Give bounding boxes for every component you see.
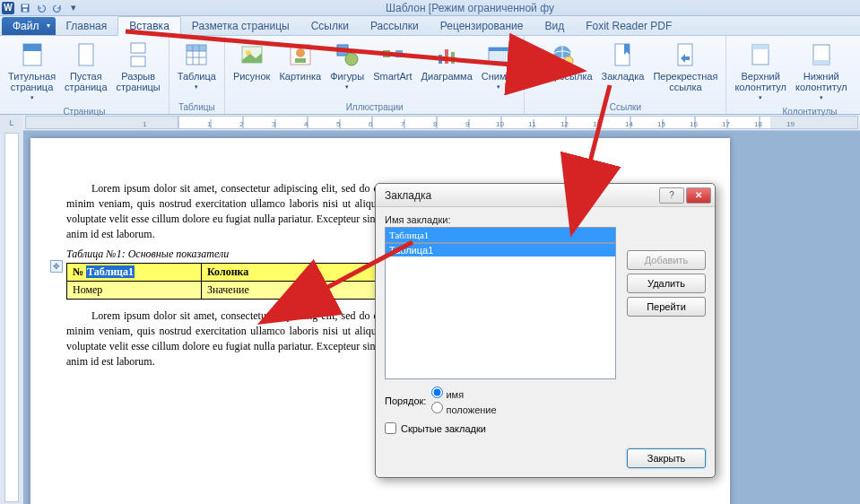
svg-rect-37	[813, 60, 830, 65]
svg-text:10: 10	[496, 120, 504, 128]
group-illustrations: Рисунок Картинка Фигуры SmartArt Диаграм…	[225, 36, 526, 114]
tab-review[interactable]: Рецензирование	[430, 17, 534, 35]
svg-rect-5	[79, 44, 93, 65]
dialog-close-button[interactable]: ✕	[686, 187, 711, 204]
svg-rect-35	[752, 45, 769, 49]
hyperlink-button[interactable]: Гиперссылка	[528, 38, 596, 95]
group-links: Гиперссылка Закладка Перекрестная ссылка…	[525, 36, 726, 114]
svg-text:11: 11	[528, 120, 536, 128]
cover-page-button[interactable]: Титульная страница	[4, 38, 60, 106]
ribbon-tabs: Файл Главная Вставка Разметка страницы С…	[0, 16, 860, 36]
svg-text:18: 18	[754, 120, 762, 128]
table-header-cell[interactable]: № Таблица1	[67, 264, 202, 282]
goto-button[interactable]: Перейти	[627, 297, 706, 317]
tab-view[interactable]: Вид	[534, 17, 575, 35]
chart-button[interactable]: Диаграмма	[417, 38, 477, 95]
group-title-tables: Таблицы	[173, 101, 221, 114]
qat-redo[interactable]	[49, 1, 65, 15]
bookmark-list[interactable]: Таблица1	[385, 243, 616, 379]
svg-rect-22	[395, 50, 403, 57]
svg-text:17: 17	[722, 120, 730, 128]
vertical-ruler[interactable]	[0, 131, 23, 504]
table-cell[interactable]: Номер	[67, 282, 202, 300]
selected-text[interactable]: Таблица1	[86, 265, 135, 278]
svg-text:6: 6	[369, 120, 373, 128]
dialog-help-button[interactable]: ?	[659, 187, 684, 204]
tab-mailings[interactable]: Рассылки	[360, 17, 430, 35]
svg-text:5: 5	[336, 120, 341, 128]
tab-references[interactable]: Ссылки	[300, 17, 360, 35]
title-bar: W ▾ Шаблон [Режим ограниченной фу	[0, 0, 860, 16]
svg-rect-23	[439, 55, 442, 64]
group-title-illustrations: Иллюстрации	[229, 101, 521, 114]
blank-page-button[interactable]: Пустая страница	[60, 38, 111, 106]
svg-text:2: 2	[239, 120, 244, 128]
table-button[interactable]: Таблица	[173, 38, 221, 95]
svg-text:1: 1	[143, 120, 147, 128]
dialog-title: Закладка	[385, 189, 657, 202]
qat-customize[interactable]: ▾	[65, 1, 82, 15]
shapes-button[interactable]: Фигуры	[326, 38, 369, 95]
qat-save[interactable]	[17, 1, 33, 15]
svg-rect-7	[131, 56, 145, 66]
bookmark-name-input[interactable]	[385, 227, 616, 243]
header-button[interactable]: Верхний колонтитул	[730, 38, 791, 106]
smartart-button[interactable]: SmartArt	[369, 38, 416, 95]
svg-text:16: 16	[690, 120, 698, 128]
horizontal-ruler[interactable]: 112345678910111213141516171819	[25, 116, 858, 129]
group-header-footer: Верхний колонтитул Нижний колонтитул #Но…	[726, 36, 860, 114]
table-move-handle[interactable]: ✥	[50, 260, 63, 273]
svg-text:13: 13	[593, 120, 601, 128]
svg-text:15: 15	[657, 120, 665, 128]
footer-button[interactable]: Нижний колонтитул	[791, 38, 852, 106]
dialog-titlebar[interactable]: Закладка ? ✕	[376, 184, 715, 207]
svg-rect-24	[445, 49, 448, 64]
svg-text:8: 8	[433, 120, 438, 128]
window-title: Шаблон [Режим ограниченной фу	[82, 2, 858, 14]
svg-text:19: 19	[786, 120, 795, 128]
svg-rect-25	[451, 52, 455, 64]
order-name-radio[interactable]: имя	[431, 387, 496, 400]
cross-reference-button[interactable]: Перекрестная ссылка	[648, 38, 722, 95]
ruler-corner[interactable]: L	[0, 115, 23, 131]
group-tables: Таблица Таблицы	[169, 36, 225, 114]
page-break-button[interactable]: Разрыв страницы	[112, 38, 165, 106]
tab-home[interactable]: Главная	[56, 17, 118, 35]
picture-button[interactable]: Рисунок	[229, 38, 275, 95]
svg-point-17	[296, 48, 305, 57]
svg-rect-27	[489, 48, 508, 51]
hidden-bookmarks-label: Скрытые закладки	[401, 423, 486, 434]
tab-insert[interactable]: Вставка	[117, 16, 181, 36]
qat-undo[interactable]	[33, 1, 49, 15]
page-number-button[interactable]: #Но ст	[852, 38, 860, 106]
add-button[interactable]: Добавить	[627, 250, 706, 270]
svg-text:3: 3	[272, 120, 276, 128]
close-button[interactable]: Закрыть	[627, 448, 706, 468]
ribbon: Титульная страница Пустая страница Разры…	[0, 36, 860, 115]
bookmark-button[interactable]: Закладка	[597, 38, 649, 95]
tab-page-layout[interactable]: Разметка страницы	[181, 17, 300, 35]
order-position-radio[interactable]: положение	[431, 402, 496, 415]
bookmark-dialog[interactable]: Закладка ? ✕ Имя закладки: Таблица1 Доба…	[375, 183, 716, 478]
svg-point-31	[564, 56, 573, 65]
clipart-button[interactable]: Картинка	[274, 38, 326, 95]
group-title-links: Ссылки	[528, 101, 722, 114]
hidden-bookmarks-checkbox[interactable]	[385, 422, 396, 434]
svg-rect-13	[187, 45, 206, 51]
bookmark-list-item[interactable]: Таблица1	[386, 244, 615, 256]
delete-button[interactable]: Удалить	[627, 274, 706, 293]
screenshot-button[interactable]: Снимок	[477, 38, 521, 95]
svg-rect-40	[26, 117, 178, 129]
svg-text:4: 4	[304, 120, 308, 128]
svg-text:9: 9	[465, 120, 470, 128]
ruler-area: L 112345678910111213141516171819	[0, 115, 860, 131]
svg-point-20	[345, 53, 358, 65]
bookmark-name-label: Имя закладки:	[385, 214, 451, 225]
svg-text:7: 7	[401, 120, 405, 128]
svg-text:14: 14	[625, 120, 633, 128]
tab-file[interactable]: Файл	[2, 17, 56, 35]
svg-rect-18	[295, 58, 306, 63]
svg-rect-1	[22, 4, 28, 7]
tab-foxit[interactable]: Foxit Reader PDF	[575, 17, 682, 35]
svg-rect-2	[23, 8, 28, 11]
